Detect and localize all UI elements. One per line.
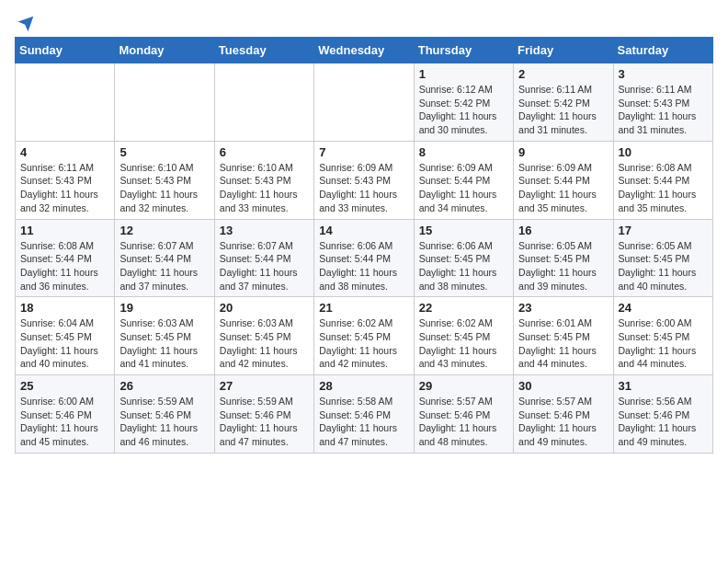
day-header-tuesday: Tuesday <box>214 38 313 63</box>
day-number: 27 <box>220 379 309 393</box>
day-number: 30 <box>518 379 608 393</box>
calendar-cell: 18Sunrise: 6:04 AM Sunset: 5:45 PM Dayli… <box>16 297 115 375</box>
calendar-cell: 27Sunrise: 5:59 AM Sunset: 5:46 PM Dayli… <box>214 375 313 454</box>
page-header <box>15 15 713 29</box>
calendar-cell: 11Sunrise: 6:08 AM Sunset: 5:44 PM Dayli… <box>16 219 115 297</box>
day-number: 23 <box>518 301 608 315</box>
calendar-week-row: 11Sunrise: 6:08 AM Sunset: 5:44 PM Dayli… <box>16 219 713 297</box>
day-info: Sunrise: 6:07 AM Sunset: 5:44 PM Dayligh… <box>220 239 309 293</box>
calendar-cell: 3Sunrise: 6:11 AM Sunset: 5:43 PM Daylig… <box>613 63 712 142</box>
calendar-cell: 14Sunrise: 6:06 AM Sunset: 5:44 PM Dayli… <box>314 219 414 297</box>
day-info: Sunrise: 5:56 AM Sunset: 5:46 PM Dayligh… <box>619 395 708 449</box>
day-header-thursday: Thursday <box>414 38 513 63</box>
calendar-cell: 12Sunrise: 6:07 AM Sunset: 5:44 PM Dayli… <box>115 219 214 297</box>
day-number: 29 <box>419 379 508 393</box>
calendar-header-row: SundayMondayTuesdayWednesdayThursdayFrid… <box>16 38 713 63</box>
day-info: Sunrise: 6:11 AM Sunset: 5:43 PM Dayligh… <box>619 83 708 137</box>
calendar-cell: 28Sunrise: 5:58 AM Sunset: 5:46 PM Dayli… <box>314 375 414 454</box>
day-info: Sunrise: 5:57 AM Sunset: 5:46 PM Dayligh… <box>518 395 608 449</box>
calendar-cell <box>214 63 313 142</box>
day-header-wednesday: Wednesday <box>314 38 414 63</box>
calendar-cell: 29Sunrise: 5:57 AM Sunset: 5:46 PM Dayli… <box>414 375 513 454</box>
day-number: 16 <box>518 224 608 237</box>
calendar-cell: 17Sunrise: 6:05 AM Sunset: 5:45 PM Dayli… <box>613 219 712 297</box>
day-info: Sunrise: 6:05 AM Sunset: 5:45 PM Dayligh… <box>619 239 708 293</box>
calendar-cell: 9Sunrise: 6:09 AM Sunset: 5:44 PM Daylig… <box>514 141 613 219</box>
day-info: Sunrise: 6:08 AM Sunset: 5:44 PM Dayligh… <box>619 161 708 215</box>
day-info: Sunrise: 6:09 AM Sunset: 5:43 PM Dayligh… <box>319 161 408 215</box>
day-number: 5 <box>119 145 209 159</box>
day-info: Sunrise: 6:02 AM Sunset: 5:45 PM Dayligh… <box>419 316 508 371</box>
calendar-cell: 2Sunrise: 6:11 AM Sunset: 5:42 PM Daylig… <box>514 63 613 142</box>
day-info: Sunrise: 6:06 AM Sunset: 5:45 PM Dayligh… <box>419 239 508 293</box>
logo-bird-icon <box>17 15 35 33</box>
day-number: 3 <box>619 67 708 81</box>
day-number: 15 <box>419 224 508 237</box>
day-info: Sunrise: 6:11 AM Sunset: 5:42 PM Dayligh… <box>518 83 608 137</box>
day-number: 4 <box>20 145 109 159</box>
day-info: Sunrise: 6:06 AM Sunset: 5:44 PM Dayligh… <box>319 239 408 293</box>
calendar-week-row: 18Sunrise: 6:04 AM Sunset: 5:45 PM Dayli… <box>16 297 713 375</box>
day-number: 2 <box>518 67 608 81</box>
day-info: Sunrise: 5:58 AM Sunset: 5:46 PM Dayligh… <box>319 395 408 449</box>
day-info: Sunrise: 6:00 AM Sunset: 5:46 PM Dayligh… <box>20 395 109 449</box>
calendar-cell: 25Sunrise: 6:00 AM Sunset: 5:46 PM Dayli… <box>16 375 115 454</box>
day-header-friday: Friday <box>514 38 613 63</box>
day-info: Sunrise: 6:10 AM Sunset: 5:43 PM Dayligh… <box>220 161 309 215</box>
day-info: Sunrise: 6:07 AM Sunset: 5:44 PM Dayligh… <box>119 239 209 293</box>
calendar-cell: 16Sunrise: 6:05 AM Sunset: 5:45 PM Dayli… <box>514 219 613 297</box>
calendar-cell: 20Sunrise: 6:03 AM Sunset: 5:45 PM Dayli… <box>214 297 313 375</box>
calendar-cell: 26Sunrise: 5:59 AM Sunset: 5:46 PM Dayli… <box>115 375 214 454</box>
day-number: 18 <box>20 301 109 315</box>
calendar-week-row: 25Sunrise: 6:00 AM Sunset: 5:46 PM Dayli… <box>16 375 713 454</box>
day-number: 10 <box>619 145 708 159</box>
day-info: Sunrise: 6:12 AM Sunset: 5:42 PM Dayligh… <box>419 83 508 137</box>
day-info: Sunrise: 5:59 AM Sunset: 5:46 PM Dayligh… <box>119 395 209 449</box>
calendar-cell: 31Sunrise: 5:56 AM Sunset: 5:46 PM Dayli… <box>613 375 712 454</box>
day-number: 6 <box>220 145 309 159</box>
day-header-monday: Monday <box>115 38 214 63</box>
day-info: Sunrise: 6:10 AM Sunset: 5:43 PM Dayligh… <box>119 161 209 215</box>
calendar-cell <box>115 63 214 142</box>
calendar-cell: 7Sunrise: 6:09 AM Sunset: 5:43 PM Daylig… <box>314 141 414 219</box>
day-info: Sunrise: 6:03 AM Sunset: 5:45 PM Dayligh… <box>119 316 209 371</box>
day-number: 8 <box>419 145 508 159</box>
day-info: Sunrise: 5:59 AM Sunset: 5:46 PM Dayligh… <box>220 395 309 449</box>
day-number: 11 <box>20 224 109 237</box>
day-number: 12 <box>119 224 209 237</box>
calendar-cell: 22Sunrise: 6:02 AM Sunset: 5:45 PM Dayli… <box>414 297 513 375</box>
day-info: Sunrise: 6:02 AM Sunset: 5:45 PM Dayligh… <box>319 316 408 371</box>
calendar-cell: 5Sunrise: 6:10 AM Sunset: 5:43 PM Daylig… <box>115 141 214 219</box>
calendar-cell <box>16 63 115 142</box>
day-number: 17 <box>619 224 708 237</box>
calendar-cell: 10Sunrise: 6:08 AM Sunset: 5:44 PM Dayli… <box>613 141 712 219</box>
day-info: Sunrise: 6:03 AM Sunset: 5:45 PM Dayligh… <box>220 316 309 371</box>
day-number: 14 <box>319 224 408 237</box>
calendar-cell: 24Sunrise: 6:00 AM Sunset: 5:45 PM Dayli… <box>613 297 712 375</box>
day-number: 31 <box>619 379 708 393</box>
day-info: Sunrise: 6:09 AM Sunset: 5:44 PM Dayligh… <box>419 161 508 215</box>
day-header-saturday: Saturday <box>613 38 712 63</box>
calendar-cell <box>314 63 414 142</box>
calendar-cell: 15Sunrise: 6:06 AM Sunset: 5:45 PM Dayli… <box>414 219 513 297</box>
calendar-cell: 21Sunrise: 6:02 AM Sunset: 5:45 PM Dayli… <box>314 297 414 375</box>
calendar-cell: 23Sunrise: 6:01 AM Sunset: 5:45 PM Dayli… <box>514 297 613 375</box>
day-number: 19 <box>119 301 209 315</box>
calendar-week-row: 1Sunrise: 6:12 AM Sunset: 5:42 PM Daylig… <box>16 63 713 142</box>
day-info: Sunrise: 6:11 AM Sunset: 5:43 PM Dayligh… <box>20 161 109 215</box>
calendar-cell: 19Sunrise: 6:03 AM Sunset: 5:45 PM Dayli… <box>115 297 214 375</box>
day-number: 13 <box>220 224 309 237</box>
day-number: 9 <box>518 145 608 159</box>
day-info: Sunrise: 6:09 AM Sunset: 5:44 PM Dayligh… <box>518 161 608 215</box>
calendar-cell: 30Sunrise: 5:57 AM Sunset: 5:46 PM Dayli… <box>514 375 613 454</box>
day-number: 20 <box>220 301 309 315</box>
day-info: Sunrise: 6:00 AM Sunset: 5:45 PM Dayligh… <box>619 316 708 371</box>
day-info: Sunrise: 6:08 AM Sunset: 5:44 PM Dayligh… <box>20 239 109 293</box>
day-number: 22 <box>419 301 508 315</box>
day-number: 25 <box>20 379 109 393</box>
day-info: Sunrise: 5:57 AM Sunset: 5:46 PM Dayligh… <box>419 395 508 449</box>
day-number: 7 <box>319 145 408 159</box>
calendar-cell: 8Sunrise: 6:09 AM Sunset: 5:44 PM Daylig… <box>414 141 513 219</box>
day-number: 21 <box>319 301 408 315</box>
day-number: 28 <box>319 379 408 393</box>
